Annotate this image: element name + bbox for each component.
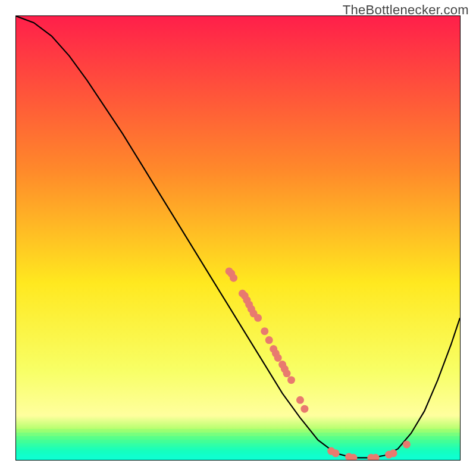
svg-rect-3 (16, 440, 460, 443)
data-marker (261, 327, 268, 335)
data-marker (265, 336, 273, 344)
svg-rect-4 (16, 443, 460, 447)
data-marker (283, 369, 291, 377)
data-marker (254, 314, 262, 322)
data-marker (390, 449, 397, 457)
watermark-text: TheBottlenecker.com (343, 2, 469, 18)
data-marker (287, 376, 295, 384)
svg-rect-1 (16, 433, 460, 436)
data-marker (300, 405, 308, 413)
svg-rect-2 (16, 436, 460, 440)
gradient-background (16, 16, 460, 460)
data-marker (296, 396, 304, 404)
svg-rect-0 (16, 429, 460, 433)
data-marker (274, 354, 282, 362)
data-marker (230, 274, 237, 282)
data-marker (332, 449, 340, 457)
chart-svg (16, 16, 460, 460)
data-marker (403, 440, 411, 448)
